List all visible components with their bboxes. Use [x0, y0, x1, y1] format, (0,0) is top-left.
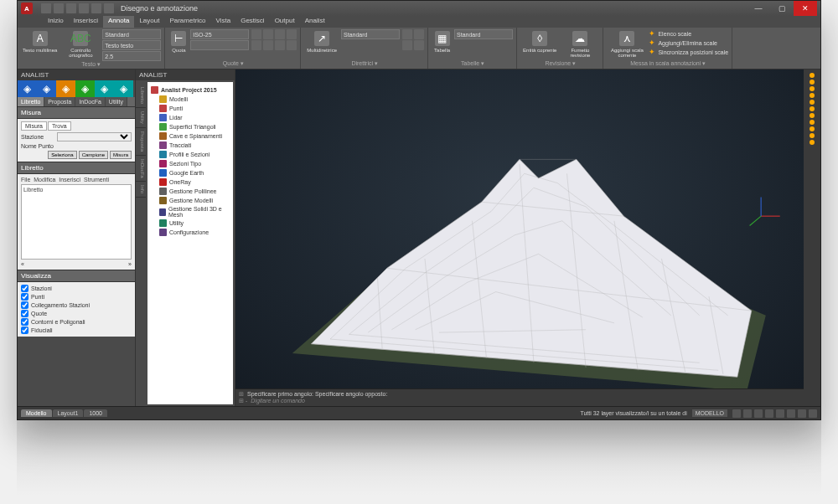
subtab-utility[interactable]: Utility	[106, 97, 127, 106]
ribbon-dropdown[interactable]: ISO-25	[190, 29, 249, 39]
annotation-marker-icon[interactable]	[810, 73, 815, 78]
subtab-proposta[interactable]: Proposta	[44, 97, 75, 106]
stazione-select[interactable]	[57, 132, 132, 141]
analist-tool-icon-4[interactable]: ◈	[95, 80, 114, 97]
annotation-marker-icon[interactable]	[810, 100, 815, 105]
tree-item[interactable]: OneRay	[159, 177, 230, 187]
ribbon-small-icon[interactable]	[414, 29, 424, 39]
qat-print-icon[interactable]	[79, 3, 89, 13]
qat-new-icon[interactable]	[41, 3, 51, 13]
side-tab-utility[interactable]: Utility	[136, 108, 146, 128]
table-button[interactable]: ▦Tabella	[432, 29, 452, 54]
ribbon-group-label[interactable]: Quote ▾	[169, 60, 297, 67]
ribbon-link[interactable]: ✦Aggiungi/Elimina scale	[649, 39, 728, 47]
text-multiline-button[interactable]: ATesto multilinea	[21, 29, 59, 54]
qat-undo-icon[interactable]	[91, 3, 101, 13]
tree-root[interactable]: Analist Project 2015	[151, 85, 230, 95]
annotation-marker-icon[interactable]	[810, 140, 815, 145]
analist-tool-icon-1[interactable]: ◈	[37, 80, 56, 97]
ribbon-dropdown[interactable]: Testo testo	[102, 40, 161, 50]
ribbon-dropdown[interactable]	[190, 40, 249, 50]
analist-tool-icon-2[interactable]: ◈	[56, 80, 75, 97]
snap-icon[interactable]	[743, 409, 752, 418]
ribbon-group-label[interactable]: Direttrici ▾	[305, 60, 424, 67]
visualizza-checkbox[interactable]	[21, 285, 28, 292]
annotation-marker-icon[interactable]	[810, 126, 815, 131]
ribbon-small-icon[interactable]	[402, 40, 412, 50]
libretto-menu-modifica[interactable]: Modifica	[34, 177, 55, 183]
maximize-button[interactable]: ▢	[770, 1, 794, 16]
subtab-libretto[interactable]: Libretto	[18, 97, 44, 106]
ortho-icon[interactable]	[754, 409, 763, 418]
tree-item[interactable]: Modelli	[159, 95, 230, 104]
visualizza-checkbox[interactable]	[21, 301, 28, 309]
menu-tab-layout[interactable]: Layout	[134, 16, 164, 28]
misura-tab-trova[interactable]: Trova	[48, 121, 71, 131]
menu-tab-parametrico[interactable]: Parametrico	[164, 16, 210, 28]
ribbon-group-label[interactable]: Messa in scala annotazioni ▾	[608, 60, 728, 67]
polar-icon[interactable]	[765, 409, 773, 418]
visualizza-item[interactable]: Contorni e Poligonali	[21, 318, 132, 326]
add-scale-button[interactable]: ⋏Aggiungi scala corrente	[608, 29, 646, 59]
revision-cloud-button[interactable]: ☁Fumetto revisione	[561, 29, 599, 59]
layout-tab-layout1[interactable]: Layout1	[53, 409, 84, 417]
ribbon-small-icon[interactable]	[402, 29, 412, 39]
side-tab-info[interactable]: Info	[136, 182, 146, 198]
ribbon-small-icon[interactable]	[414, 40, 424, 50]
layout-tab-1000[interactable]: 1000	[84, 409, 107, 417]
scroll-right-icon[interactable]: »	[128, 261, 132, 267]
ribbon-link[interactable]: ✦Sincronizza posizioni scale	[649, 48, 728, 56]
tree-item[interactable]: Gestione Polilinee	[159, 187, 230, 196]
annotation-marker-icon[interactable]	[810, 93, 815, 98]
annotation-marker-icon[interactable]	[810, 120, 815, 125]
subtab-indocfa[interactable]: InDocFa	[75, 97, 105, 106]
wipeout-button[interactable]: ◊Entità coprente	[521, 29, 558, 54]
close-button[interactable]: ✕	[794, 1, 817, 16]
visualizza-item[interactable]: Punti	[21, 293, 132, 301]
campione-button[interactable]: Campione	[79, 151, 108, 159]
annotation-marker-icon[interactable]	[810, 113, 815, 118]
tree-item[interactable]: Gestione Solidi 3D e Mesh	[159, 205, 230, 219]
lweight-icon[interactable]	[798, 409, 806, 418]
seleziona-button[interactable]: Seleziona	[48, 151, 76, 159]
3d-viewport[interactable]	[235, 69, 804, 388]
menu-tab-gestisci[interactable]: Gestisci	[235, 16, 269, 28]
tree-item[interactable]: Tracciati	[159, 141, 230, 150]
tree-item[interactable]: Configurazione	[159, 228, 230, 237]
annotation-marker-icon[interactable]	[810, 106, 815, 111]
misura-button[interactable]: Misura	[110, 151, 132, 159]
ribbon-small-icon[interactable]	[287, 40, 297, 50]
ribbon-small-icon[interactable]	[275, 29, 285, 39]
annotation-marker-icon[interactable]	[810, 80, 815, 85]
analist-tool-icon-3[interactable]: ◈	[75, 80, 95, 97]
visualizza-item[interactable]: Fiduciali	[21, 327, 132, 334]
ribbon-dropdown[interactable]: Standard	[341, 29, 400, 39]
qat-save-icon[interactable]	[66, 3, 76, 13]
ribbon-small-icon[interactable]	[251, 40, 261, 50]
grid-icon[interactable]	[732, 409, 741, 418]
minimize-button[interactable]: —	[747, 1, 770, 16]
osnap-icon[interactable]	[776, 409, 784, 418]
otrack-icon[interactable]	[787, 409, 795, 418]
app-icon[interactable]: A	[21, 3, 33, 14]
visualizza-checkbox[interactable]	[21, 318, 28, 326]
tree-item[interactable]: Profili e Sezioni	[159, 150, 230, 159]
libretto-menu-strumenti[interactable]: Strumenti	[84, 177, 109, 183]
visualizza-item[interactable]: Collegamento Stazioni	[21, 301, 132, 309]
tree-item[interactable]: Sezioni Tipo	[159, 159, 230, 168]
side-tab-libretto[interactable]: Libretto	[136, 84, 146, 108]
ribbon-group-label[interactable]: Tabelle ▾	[432, 60, 513, 67]
ribbon-small-icon[interactable]	[251, 29, 261, 39]
ribbon-small-icon[interactable]	[263, 40, 273, 50]
tree-item[interactable]: Utility	[159, 219, 230, 228]
scroll-left-icon[interactable]: «	[21, 261, 24, 267]
side-tab-indocfa[interactable]: InDocFa	[136, 156, 146, 183]
tree-item[interactable]: Punti	[159, 104, 230, 113]
visualizza-checkbox[interactable]	[21, 327, 28, 334]
ribbon-dropdown[interactable]: Standard	[454, 29, 513, 39]
layout-tab-modello[interactable]: Modello	[21, 409, 52, 417]
tree-item[interactable]: Lidar	[159, 113, 230, 122]
tree-item[interactable]: Gestione Modelli	[159, 196, 230, 205]
ribbon-small-icon[interactable]	[287, 29, 297, 39]
menu-tab-inizio[interactable]: Inizio	[43, 16, 69, 28]
